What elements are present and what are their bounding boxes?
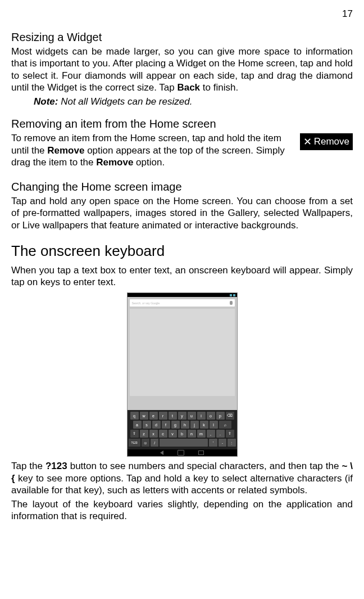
key-dash[interactable]: - [219, 439, 226, 447]
close-icon: ✕ [303, 136, 312, 148]
nav-bar [128, 449, 237, 456]
back-text: Back [177, 82, 200, 93]
key-r[interactable]: r [159, 412, 167, 420]
key-slash[interactable]: / [151, 439, 158, 447]
resizing-note: Note: Not all Widgets can be resized. [34, 96, 353, 107]
keyboard-row-4: ?123 ☺ / ' - : [129, 439, 236, 447]
key-c[interactable]: c [159, 430, 167, 438]
status-bar [128, 293, 237, 297]
key-f[interactable]: f [162, 421, 170, 429]
keyboard-screenshot: Search, or say Google q w e r t y u i o … [127, 292, 238, 457]
search-bar[interactable]: Search, or say Google [130, 299, 235, 307]
key-colon[interactable]: : [228, 439, 235, 447]
keyboard-row-2: a s d f g h j k l ⌕ [129, 421, 236, 429]
key-z[interactable]: z [140, 430, 148, 438]
key-x[interactable]: x [149, 430, 158, 438]
removing-item-heading: Removing an item from the Home screen [11, 118, 353, 130]
keyboard-row-1: q w e r t y u i o p ⌫ [129, 412, 236, 420]
key-shift-left[interactable]: ⇧ [130, 430, 139, 438]
key-emoji[interactable]: ☺ [142, 439, 149, 447]
content-area [130, 309, 235, 396]
onscreen-keyboard-heading: The onscreen keyboard [11, 242, 353, 260]
key-h[interactable]: h [181, 421, 189, 429]
page-number: 17 [11, 8, 353, 20]
key-search[interactable]: ⌕ [219, 421, 231, 429]
note-label: Note: [34, 96, 58, 107]
key-u[interactable]: u [188, 412, 196, 420]
key-q[interactable]: q [130, 412, 139, 420]
key-e[interactable]: e [149, 412, 158, 420]
key-d[interactable]: d [152, 421, 161, 429]
remove-text-2: Remove [96, 157, 133, 168]
key-shift-right[interactable]: ⇧ [226, 430, 234, 438]
wifi-icon [230, 294, 232, 296]
key-a[interactable]: a [133, 421, 142, 429]
key-s[interactable]: s [143, 421, 151, 429]
note-text: Not all Widgets can be resized. [58, 96, 192, 107]
key-w[interactable]: w [140, 412, 148, 420]
key-comma[interactable]: , [207, 430, 215, 438]
key-t[interactable]: t [169, 412, 177, 420]
key-space[interactable] [160, 439, 208, 447]
key-l[interactable]: l [210, 421, 218, 429]
nav-recent-icon[interactable] [198, 451, 204, 455]
removing-para-c: option. [133, 157, 165, 168]
key-p[interactable]: p [216, 412, 225, 420]
key-j[interactable]: j [190, 421, 199, 429]
para2-a: Tap the [11, 461, 46, 471]
key-period[interactable]: . [216, 430, 225, 438]
remove-text-1: Remove [47, 145, 84, 156]
key-y[interactable]: y [178, 412, 186, 420]
key-123[interactable]: ?123 [129, 439, 140, 447]
removing-para: To remove an item from the Home screen, … [11, 132, 294, 168]
key-n[interactable]: n [188, 430, 196, 438]
para2-b: button to see numbers and special charac… [67, 461, 342, 471]
key-m[interactable]: m [197, 430, 206, 438]
nav-home-icon[interactable] [178, 450, 184, 456]
changing-image-para: Tap and hold any open space on the Home … [11, 195, 353, 231]
key-g[interactable]: g [171, 421, 180, 429]
onscreen-para2: Tap the ?123 button to see numbers and s… [11, 460, 353, 496]
key-v[interactable]: v [169, 430, 177, 438]
key-apostrophe[interactable]: ' [209, 439, 217, 447]
search-placeholder: Search, or say Google [132, 301, 160, 305]
changing-image-heading: Changing the Home screen image [11, 181, 353, 193]
nav-back-icon[interactable] [160, 451, 163, 455]
keyboard: q w e r t y u i o p ⌫ a s d f g h j k [128, 410, 237, 449]
key-backspace[interactable]: ⌫ [226, 412, 234, 420]
onscreen-para3: The layout of the keyboard varies slight… [11, 498, 353, 523]
remove-button[interactable]: ✕ Remove [300, 133, 353, 150]
key-k[interactable]: k [200, 421, 208, 429]
remove-button-label: Remove [314, 136, 349, 147]
battery-icon [233, 294, 235, 296]
keyboard-row-3: ⇧ z x c v b n m , . ⇧ [129, 430, 236, 438]
key123-text: ?123 [46, 461, 67, 471]
key-o[interactable]: o [207, 412, 215, 420]
mic-icon[interactable] [230, 301, 233, 305]
key-b[interactable]: b [178, 430, 186, 438]
onscreen-para1: When you tap a text box to enter text, a… [11, 264, 353, 289]
resizing-para-b: to finish. [200, 82, 238, 93]
resizing-widget-heading: Resizing a Widget [11, 31, 353, 44]
resizing-widget-para: Most widgets can be made larger, so you … [11, 46, 353, 93]
para2-c: key to see more options. Tap and hold a … [11, 473, 353, 496]
key-i[interactable]: i [197, 412, 206, 420]
